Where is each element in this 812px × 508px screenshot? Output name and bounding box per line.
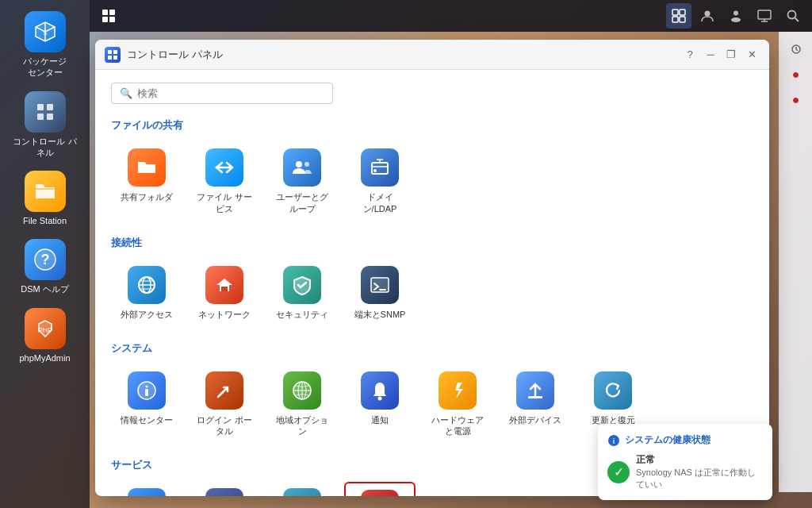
help-button[interactable]: ? <box>682 47 698 63</box>
minimize-button[interactable]: ─ <box>703 47 718 63</box>
cp-item-file-service[interactable]: ファイル サービス <box>189 142 260 221</box>
shared-folder-label: 共有フォルダ <box>121 191 173 203</box>
cp-item-domain[interactable]: ドメイン/LDAP <box>344 142 416 221</box>
restore-button[interactable]: ❐ <box>723 47 739 63</box>
notify-label: 通知 <box>371 414 389 426</box>
cp-item-hardware-power[interactable]: ハードウェアと電源 <box>422 365 493 444</box>
svg-point-14 <box>788 11 796 19</box>
svg-text:i: i <box>613 437 615 445</box>
notif-status-text: 正常 Synology NAS は正常に作動していい <box>636 453 763 491</box>
svg-rect-7 <box>680 17 685 22</box>
cp-item-security[interactable]: セキュリティ <box>266 260 338 327</box>
cp-item-shared-folder[interactable]: 共有フォルダ <box>111 142 182 221</box>
external-devices-label: 外部デバイス <box>509 414 561 426</box>
svg-rect-3 <box>109 17 115 22</box>
package-center-label: パッケージセンター <box>23 56 67 79</box>
svg-rect-2 <box>102 17 108 22</box>
cp-item-index-service[interactable]: サービスにインデックスを付けています <box>266 482 338 496</box>
right-panel-btn-1[interactable] <box>784 38 808 60</box>
terminal-icon <box>361 266 399 304</box>
login-portal-icon <box>205 371 243 410</box>
section-title-system: システム <box>111 341 753 356</box>
cp-item-external-access[interactable]: 外部アクセス <box>111 260 182 327</box>
search-bar[interactable]: 🔍 <box>111 83 333 104</box>
svg-rect-34 <box>221 287 228 291</box>
svg-line-15 <box>795 18 799 22</box>
person2-icon[interactable] <box>723 3 749 29</box>
notif-status: ✓ 正常 Synology NAS は正常に作動していい <box>607 453 763 491</box>
svg-rect-30 <box>372 163 388 174</box>
cp-item-external-devices[interactable]: 外部デバイス <box>500 365 571 444</box>
cp-item-region[interactable]: 地域オプション <box>266 365 338 444</box>
sidebar-item-dsm-help[interactable]: ? DSM ヘルプ <box>6 234 85 299</box>
topbar <box>90 0 812 32</box>
sidebar-item-file-station[interactable]: File Station <box>6 166 85 231</box>
connectivity-grid: 外部アクセス ネットワーク セキュリティ <box>111 260 753 327</box>
right-panel-btn-2[interactable]: ● <box>784 64 808 86</box>
search-input[interactable] <box>137 87 324 99</box>
svg-point-28 <box>296 161 302 167</box>
external-access-label: 外部アクセス <box>121 309 173 321</box>
cp-item-info-center[interactable]: 情報センター <box>111 365 182 444</box>
svg-rect-18 <box>47 104 53 110</box>
external-access-icon <box>128 266 166 304</box>
cp-item-network[interactable]: ネットワーク <box>189 260 260 327</box>
cp-item-notify[interactable]: 通知 <box>344 365 416 444</box>
search-icon[interactable] <box>780 3 806 29</box>
svg-rect-19 <box>37 114 44 120</box>
phpmyadmin-label: phpMyAdmin <box>19 352 70 364</box>
cp-item-login-portal[interactable]: ログイン ポータル <box>189 365 260 444</box>
cp-item-synology-account[interactable]: Synology アカウント <box>111 482 182 496</box>
domain-icon <box>361 148 399 187</box>
region-label: 地域オプション <box>274 414 330 438</box>
grid-menu-button[interactable] <box>96 3 121 29</box>
cp-item-terminal[interactable]: 端末とSNMP <box>344 260 416 327</box>
svg-rect-25 <box>113 50 117 54</box>
sidebar-item-phpmyadmin[interactable]: PHP phpMyAdmin <box>6 303 85 368</box>
cp-item-task-scheduler[interactable]: タスク スケジューラー <box>344 482 416 496</box>
svg-rect-5 <box>680 10 685 15</box>
svg-rect-38 <box>145 389 148 396</box>
close-button[interactable]: ✕ <box>744 47 760 63</box>
cp-item-user-group[interactable]: ユーザーとグループ <box>266 142 338 221</box>
svg-rect-6 <box>672 17 678 22</box>
external-devices-icon <box>516 371 554 410</box>
svg-rect-27 <box>113 56 117 60</box>
svg-rect-17 <box>37 104 44 110</box>
window-controls: ? ─ ❐ ✕ <box>682 47 760 63</box>
package-center-icon: S <box>25 11 66 52</box>
sidebar: S パッケージセンター コントロール パネル File Station <box>0 0 90 508</box>
window-title: コントロール パネル <box>127 48 676 62</box>
search-icon-inner: 🔍 <box>120 87 132 99</box>
sidebar-item-package-center[interactable]: S パッケージセンター <box>6 6 85 83</box>
update-restore-icon <box>594 371 632 410</box>
check-circle: ✓ <box>607 461 630 483</box>
control-panel-label: コントロール パネル <box>12 136 79 159</box>
control-panel-icon <box>25 91 66 133</box>
svg-point-8 <box>705 11 710 17</box>
security-icon <box>283 266 321 304</box>
svg-rect-26 <box>108 56 112 60</box>
terminal-label: 端末とSNMP <box>354 309 406 321</box>
network-icon <box>205 266 243 304</box>
info-center-icon <box>128 371 166 410</box>
section-title-file-sharing: ファイルの共有 <box>111 118 753 133</box>
file-station-icon <box>25 171 66 212</box>
hardware-power-icon <box>439 371 477 410</box>
screen-icon[interactable] <box>752 3 777 29</box>
domain-label: ドメイン/LDAP <box>352 191 408 215</box>
right-panel-btn-3[interactable]: ● <box>784 89 808 111</box>
svg-rect-42 <box>528 396 542 398</box>
svg-point-41 <box>378 396 382 400</box>
file-service-icon <box>205 148 243 187</box>
region-icon <box>283 371 321 410</box>
svg-rect-1 <box>109 10 115 15</box>
svg-point-37 <box>146 385 148 387</box>
windows-icon[interactable] <box>666 3 691 29</box>
svg-rect-24 <box>108 50 112 54</box>
svg-rect-20 <box>47 114 53 120</box>
cp-item-app-privileges[interactable]: アプリケーションの権限 <box>189 482 260 496</box>
user-avatar-icon[interactable] <box>695 3 720 29</box>
sidebar-item-control-panel[interactable]: コントロール パネル <box>6 87 85 164</box>
notify-icon <box>361 371 399 410</box>
